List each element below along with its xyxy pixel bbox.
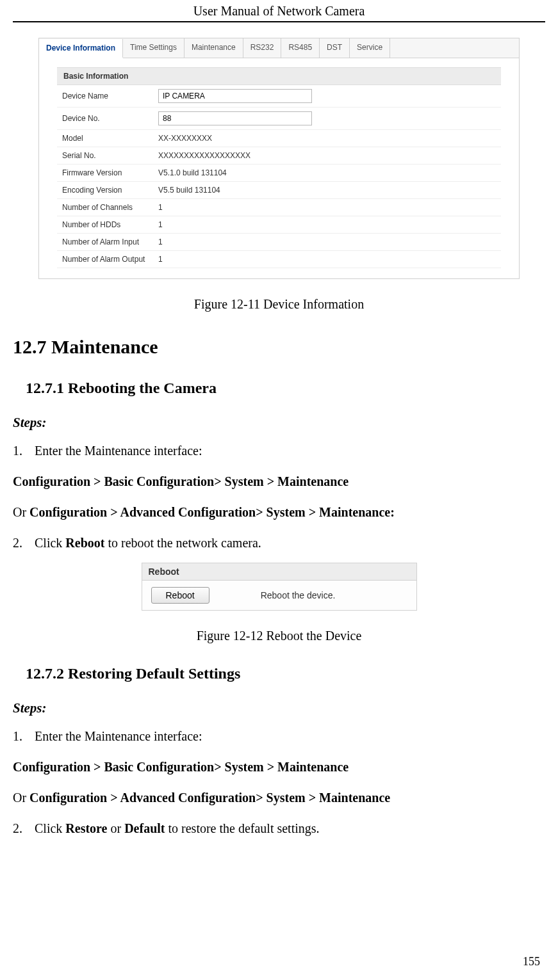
row-label: Number of Channels xyxy=(57,199,153,216)
row-value: V5.5 build 131104 xyxy=(153,182,501,199)
tab-maintenance[interactable]: Maintenance xyxy=(185,38,243,58)
device-name-input[interactable] xyxy=(158,89,312,103)
tab-rs232[interactable]: RS232 xyxy=(243,38,282,58)
step-part: or xyxy=(108,821,125,835)
row-label: Serial No. xyxy=(57,147,153,165)
or-text: Or xyxy=(13,505,29,519)
step-part: Click xyxy=(35,536,65,550)
steps-label: Steps: xyxy=(13,415,545,431)
row-value: XX-XXXXXXXX xyxy=(153,130,501,147)
reboot-panel-header: Reboot xyxy=(142,563,416,581)
figure-12-12-caption: Figure 12-12 Reboot the Device xyxy=(13,629,545,643)
step-part: to restore the default settings. xyxy=(165,821,320,835)
tab-time-settings[interactable]: Time Settings xyxy=(123,38,185,58)
step-text: 1.Enter the Maintenance interface: xyxy=(13,440,545,462)
step-content: Enter the Maintenance interface: xyxy=(35,444,202,458)
nav-path: Configuration > Basic Configuration> Sys… xyxy=(13,470,545,492)
tab-rs485[interactable]: RS485 xyxy=(281,38,320,58)
row-value: 1 xyxy=(153,251,501,268)
row-label: Firmware Version xyxy=(57,165,153,182)
row-label: Encoding Version xyxy=(57,182,153,199)
step-number: 1. xyxy=(13,440,35,462)
heading-rebooting: 12.7.1 Rebooting the Camera xyxy=(26,380,545,397)
step-keyword: Reboot xyxy=(65,536,104,550)
row-label: Number of HDDs xyxy=(57,216,153,234)
device-no-input[interactable] xyxy=(158,111,312,125)
path-text: Configuration > Advanced Configuration> … xyxy=(29,791,390,805)
row-value: 1 xyxy=(153,234,501,251)
path-text: Configuration > Advanced Configuration> … xyxy=(29,505,395,519)
step-keyword: Default xyxy=(124,821,165,835)
row-value: 1 xyxy=(153,199,501,216)
tab-dst[interactable]: DST xyxy=(320,38,350,58)
step-content: Enter the Maintenance interface: xyxy=(35,729,202,743)
row-label: Number of Alarm Input xyxy=(57,234,153,251)
step-number: 2. xyxy=(13,532,35,554)
nav-path: Configuration > Basic Configuration> Sys… xyxy=(13,756,545,778)
device-no-label: Device No. xyxy=(57,108,153,130)
heading-restoring: 12.7.2 Restoring Default Settings xyxy=(26,665,545,682)
row-value: 1 xyxy=(153,216,501,234)
reboot-description: Reboot the device. xyxy=(261,590,336,600)
tabs-bar: Device Information Time Settings Mainten… xyxy=(39,38,519,58)
page-header: User Manual of Network Camera xyxy=(13,0,545,22)
step-part: Click xyxy=(35,821,65,835)
row-label: Model xyxy=(57,130,153,147)
step-text: 2.Click Reboot to reboot the network cam… xyxy=(13,532,545,554)
tab-service[interactable]: Service xyxy=(350,38,390,58)
or-text: Or xyxy=(13,791,29,805)
step-text: 1.Enter the Maintenance interface: xyxy=(13,725,545,747)
step-text: 2.Click Restore or Default to restore th… xyxy=(13,817,545,839)
nav-path-alt: Or Configuration > Advanced Configuratio… xyxy=(13,501,545,523)
basic-info-header: Basic Information xyxy=(57,67,501,85)
page-number: 155 xyxy=(523,955,540,968)
step-keyword: Restore xyxy=(65,821,107,835)
figure-12-11-caption: Figure 12-11 Device Information xyxy=(13,297,545,312)
device-name-label: Device Name xyxy=(57,85,153,108)
step-part: to reboot the network camera. xyxy=(104,536,261,550)
reboot-button[interactable]: Reboot xyxy=(151,587,209,604)
steps-label: Steps: xyxy=(13,700,545,716)
row-value: XXXXXXXXXXXXXXXXXX xyxy=(153,147,501,165)
nav-path-alt: Or Configuration > Advanced Configuratio… xyxy=(13,787,545,808)
step-number: 1. xyxy=(13,725,35,747)
basic-info-table: Device Name Device No. ModelXX-XXXXXXXX … xyxy=(57,85,501,268)
device-info-screenshot: Device Information Time Settings Mainten… xyxy=(38,38,520,279)
row-value: V5.1.0 build 131104 xyxy=(153,165,501,182)
step-number: 2. xyxy=(13,817,35,839)
reboot-screenshot: Reboot Reboot Reboot the device. xyxy=(142,563,417,611)
heading-maintenance: 12.7 Maintenance xyxy=(13,336,545,358)
row-label: Number of Alarm Output xyxy=(57,251,153,268)
tab-device-information[interactable]: Device Information xyxy=(39,39,123,58)
